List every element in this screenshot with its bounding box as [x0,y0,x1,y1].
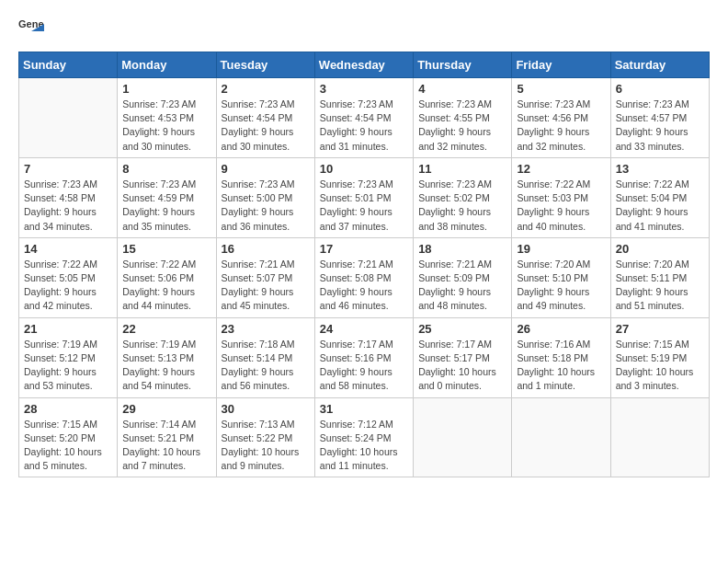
day-info: Sunrise: 7:23 AM Sunset: 5:02 PM Dayligh… [418,178,506,234]
calendar-cell: 5Sunrise: 7:23 AM Sunset: 4:56 PM Daylig… [512,78,610,158]
week-row-1: 1Sunrise: 7:23 AM Sunset: 4:53 PM Daylig… [19,78,710,158]
day-number: 2 [222,82,310,96]
day-info: Sunrise: 7:16 AM Sunset: 5:18 PM Dayligh… [517,338,605,394]
week-row-3: 14Sunrise: 7:22 AM Sunset: 5:05 PM Dayli… [19,237,710,317]
day-info: Sunrise: 7:23 AM Sunset: 4:57 PM Dayligh… [616,98,704,154]
calendar-cell: 1Sunrise: 7:23 AM Sunset: 4:53 PM Daylig… [118,78,216,158]
day-info: Sunrise: 7:12 AM Sunset: 5:24 PM Dayligh… [320,418,408,474]
calendar-cell: 4Sunrise: 7:23 AM Sunset: 4:55 PM Daylig… [414,78,512,158]
calendar-cell: 8Sunrise: 7:23 AM Sunset: 4:59 PM Daylig… [118,157,216,237]
day-number: 13 [616,162,704,176]
calendar-cell: 10Sunrise: 7:23 AM Sunset: 5:01 PM Dayli… [314,157,413,237]
day-number: 15 [122,242,210,256]
day-number: 17 [320,242,408,256]
calendar-cell: 12Sunrise: 7:22 AM Sunset: 5:03 PM Dayli… [512,157,610,237]
day-number: 3 [320,82,408,96]
day-number: 9 [222,162,310,176]
header-day-wednesday: Wednesday [314,52,413,78]
header-day-tuesday: Tuesday [216,52,314,78]
calendar-cell: 26Sunrise: 7:16 AM Sunset: 5:18 PM Dayli… [512,317,610,397]
logo: General [18,15,48,40]
calendar-cell: 31Sunrise: 7:12 AM Sunset: 5:24 PM Dayli… [314,397,413,477]
calendar-cell: 9Sunrise: 7:23 AM Sunset: 5:00 PM Daylig… [216,157,314,237]
calendar-cell: 3Sunrise: 7:23 AM Sunset: 4:54 PM Daylig… [314,78,413,158]
calendar-cell: 25Sunrise: 7:17 AM Sunset: 5:17 PM Dayli… [414,317,512,397]
header-day-friday: Friday [512,52,610,78]
day-info: Sunrise: 7:22 AM Sunset: 5:03 PM Dayligh… [517,178,605,234]
day-number: 14 [24,242,112,256]
day-info: Sunrise: 7:20 AM Sunset: 5:10 PM Dayligh… [517,258,605,314]
day-number: 5 [517,82,605,96]
day-info: Sunrise: 7:22 AM Sunset: 5:04 PM Dayligh… [616,178,704,234]
day-number: 16 [222,242,310,256]
day-number: 10 [320,162,408,176]
calendar-cell: 21Sunrise: 7:19 AM Sunset: 5:12 PM Dayli… [19,317,118,397]
day-number: 28 [24,402,112,416]
calendar-cell: 11Sunrise: 7:23 AM Sunset: 5:02 PM Dayli… [414,157,512,237]
day-info: Sunrise: 7:23 AM Sunset: 4:59 PM Dayligh… [122,178,210,234]
day-info: Sunrise: 7:19 AM Sunset: 5:13 PM Dayligh… [122,338,210,394]
calendar-cell [414,397,512,477]
calendar-cell [19,78,118,158]
day-number: 27 [616,322,704,336]
header-row: SundayMondayTuesdayWednesdayThursdayFrid… [19,52,710,78]
day-info: Sunrise: 7:17 AM Sunset: 5:16 PM Dayligh… [320,338,408,394]
day-info: Sunrise: 7:21 AM Sunset: 5:09 PM Dayligh… [418,258,506,314]
day-number: 7 [24,162,112,176]
header-day-saturday: Saturday [610,52,709,78]
header-day-monday: Monday [118,52,216,78]
day-number: 25 [418,322,506,336]
day-info: Sunrise: 7:22 AM Sunset: 5:06 PM Dayligh… [122,258,210,314]
calendar-cell: 18Sunrise: 7:21 AM Sunset: 5:09 PM Dayli… [414,237,512,317]
day-info: Sunrise: 7:23 AM Sunset: 5:01 PM Dayligh… [320,178,408,234]
day-number: 11 [418,162,506,176]
day-info: Sunrise: 7:14 AM Sunset: 5:21 PM Dayligh… [122,418,210,474]
day-info: Sunrise: 7:21 AM Sunset: 5:07 PM Dayligh… [222,258,310,314]
day-number: 18 [418,242,506,256]
calendar-table: SundayMondayTuesdayWednesdayThursdayFrid… [18,52,710,477]
day-info: Sunrise: 7:20 AM Sunset: 5:11 PM Dayligh… [616,258,704,314]
day-number: 26 [517,322,605,336]
day-info: Sunrise: 7:23 AM Sunset: 4:58 PM Dayligh… [24,178,112,234]
day-info: Sunrise: 7:15 AM Sunset: 5:20 PM Dayligh… [24,418,112,474]
week-row-2: 7Sunrise: 7:23 AM Sunset: 4:58 PM Daylig… [19,157,710,237]
day-info: Sunrise: 7:19 AM Sunset: 5:12 PM Dayligh… [24,338,112,394]
day-number: 8 [122,162,210,176]
day-info: Sunrise: 7:23 AM Sunset: 4:54 PM Dayligh… [222,98,310,154]
calendar-cell: 16Sunrise: 7:21 AM Sunset: 5:07 PM Dayli… [216,237,314,317]
calendar-cell: 19Sunrise: 7:20 AM Sunset: 5:10 PM Dayli… [512,237,610,317]
day-number: 1 [122,82,210,96]
day-number: 20 [616,242,704,256]
calendar-cell: 13Sunrise: 7:22 AM Sunset: 5:04 PM Dayli… [610,157,709,237]
day-number: 29 [122,402,210,416]
calendar-cell: 30Sunrise: 7:13 AM Sunset: 5:22 PM Dayli… [216,397,314,477]
calendar-cell: 20Sunrise: 7:20 AM Sunset: 5:11 PM Dayli… [610,237,709,317]
day-number: 6 [616,82,704,96]
day-number: 22 [122,322,210,336]
day-info: Sunrise: 7:23 AM Sunset: 4:56 PM Dayligh… [517,98,605,154]
header: General [18,15,710,40]
day-number: 12 [517,162,605,176]
day-info: Sunrise: 7:23 AM Sunset: 5:00 PM Dayligh… [222,178,310,234]
day-number: 4 [418,82,506,96]
logo-icon: General [18,15,44,40]
calendar-cell: 17Sunrise: 7:21 AM Sunset: 5:08 PM Dayli… [314,237,413,317]
day-number: 23 [222,322,310,336]
day-number: 30 [222,402,310,416]
calendar-cell: 24Sunrise: 7:17 AM Sunset: 5:16 PM Dayli… [314,317,413,397]
day-info: Sunrise: 7:13 AM Sunset: 5:22 PM Dayligh… [222,418,310,474]
day-number: 31 [320,402,408,416]
day-info: Sunrise: 7:21 AM Sunset: 5:08 PM Dayligh… [320,258,408,314]
calendar-cell: 7Sunrise: 7:23 AM Sunset: 4:58 PM Daylig… [19,157,118,237]
calendar-cell: 14Sunrise: 7:22 AM Sunset: 5:05 PM Dayli… [19,237,118,317]
calendar-cell [610,397,709,477]
day-number: 19 [517,242,605,256]
day-info: Sunrise: 7:15 AM Sunset: 5:19 PM Dayligh… [616,338,704,394]
day-info: Sunrise: 7:23 AM Sunset: 4:55 PM Dayligh… [418,98,506,154]
day-number: 21 [24,322,112,336]
week-row-5: 28Sunrise: 7:15 AM Sunset: 5:20 PM Dayli… [19,397,710,477]
calendar-cell [512,397,610,477]
calendar-cell: 6Sunrise: 7:23 AM Sunset: 4:57 PM Daylig… [610,78,709,158]
day-info: Sunrise: 7:22 AM Sunset: 5:05 PM Dayligh… [24,258,112,314]
week-row-4: 21Sunrise: 7:19 AM Sunset: 5:12 PM Dayli… [19,317,710,397]
